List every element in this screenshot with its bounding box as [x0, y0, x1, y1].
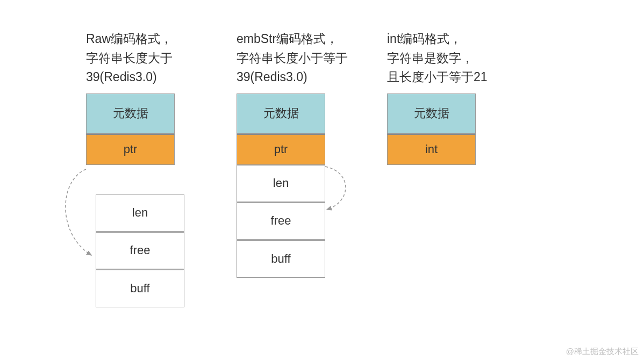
raw-description: Raw编码格式， 字符串长度大于 39(Redis3.0): [86, 30, 237, 87]
embstr-free-box: free: [237, 203, 325, 240]
raw-desc-line3: 39(Redis3.0): [86, 70, 157, 84]
embstr-encoding-column: embStr编码格式， 字符串长度小于等于 39(Redis3.0) 元数据 p…: [237, 30, 387, 278]
raw-meta-box: 元数据: [86, 93, 175, 134]
int-desc-line3: 且长度小于等于21: [387, 70, 488, 84]
int-object-stack: 元数据 int: [387, 93, 538, 165]
raw-object-stack: 元数据 ptr: [86, 93, 237, 165]
embstr-meta-box: 元数据: [237, 93, 325, 134]
raw-encoding-column: Raw编码格式， 字符串长度大于 39(Redis3.0) 元数据 ptr le…: [86, 30, 237, 307]
int-value-box: int: [387, 134, 476, 165]
embstr-object-stack: 元数据 ptr len free buff: [237, 93, 387, 278]
int-desc-line1: int编码格式，: [387, 32, 462, 46]
raw-desc-line2: 字符串长度大于: [86, 51, 173, 65]
embstr-buff-box: buff: [237, 240, 325, 278]
raw-len-box: len: [96, 195, 184, 232]
int-encoding-column: int编码格式， 字符串是数字， 且长度小于等于21 元数据 int: [387, 30, 538, 165]
int-description: int编码格式， 字符串是数字， 且长度小于等于21: [387, 30, 538, 87]
raw-desc-line1: Raw编码格式，: [86, 32, 173, 46]
watermark-text: @稀土掘金技术社区: [566, 347, 639, 357]
int-meta-box: 元数据: [387, 93, 476, 134]
raw-sds-stack: len free buff: [96, 195, 237, 307]
embstr-desc-line3: 39(Redis3.0): [237, 70, 307, 84]
raw-ptr-box: ptr: [86, 134, 175, 165]
embstr-desc-line1: embStr编码格式，: [237, 32, 338, 46]
embstr-desc-line2: 字符串长度小于等于: [237, 51, 348, 65]
raw-buff-box: buff: [96, 270, 184, 307]
embstr-ptr-box: ptr: [237, 134, 325, 165]
raw-free-box: free: [96, 232, 184, 270]
int-desc-line2: 字符串是数字，: [387, 51, 474, 65]
embstr-len-box: len: [237, 165, 325, 203]
embstr-description: embStr编码格式， 字符串长度小于等于 39(Redis3.0): [237, 30, 387, 87]
